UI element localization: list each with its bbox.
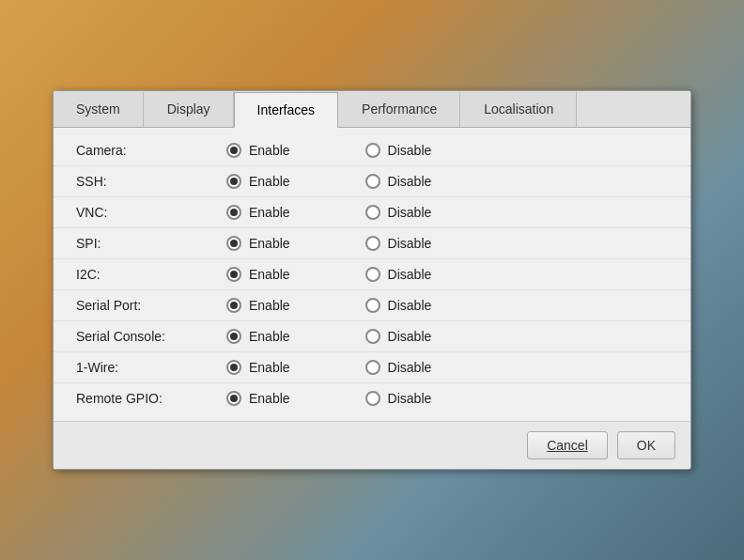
row-label: 1-Wire:	[76, 360, 226, 375]
radio-disable[interactable]	[365, 174, 380, 189]
tab-interfaces[interactable]: Interfaces	[234, 92, 338, 128]
disable-option[interactable]: Disable	[365, 267, 432, 282]
radio-disable[interactable]	[365, 267, 380, 282]
disable-option[interactable]: Disable	[365, 298, 432, 313]
tab-performance[interactable]: Performance	[338, 91, 460, 127]
enable-option[interactable]: Enable	[226, 267, 290, 282]
radio-disable[interactable]	[365, 329, 380, 344]
row-label: Serial Console:	[76, 329, 226, 344]
radio-disable[interactable]	[365, 143, 380, 158]
radio-enable[interactable]	[226, 360, 241, 375]
row-label: SSH:	[76, 174, 226, 189]
row-label: I2C:	[76, 267, 226, 282]
table-row: SSH:EnableDisable	[54, 166, 690, 197]
dialog-footer: Cancel OK	[54, 421, 690, 469]
disable-option[interactable]: Disable	[365, 391, 432, 406]
enable-option[interactable]: Enable	[226, 174, 290, 189]
enable-option[interactable]: Enable	[226, 329, 290, 344]
interfaces-content: Camera:EnableDisableSSH:EnableDisableVNC…	[54, 128, 690, 421]
disable-option[interactable]: Disable	[365, 205, 432, 220]
enable-option[interactable]: Enable	[226, 205, 290, 220]
disable-option[interactable]: Disable	[365, 360, 432, 375]
radio-disable[interactable]	[365, 298, 380, 313]
radio-enable[interactable]	[226, 174, 241, 189]
enable-option[interactable]: Enable	[226, 298, 290, 313]
table-row: SPI:EnableDisable	[54, 228, 690, 259]
tab-system[interactable]: System	[54, 91, 144, 127]
radio-disable[interactable]	[365, 236, 380, 251]
radio-enable[interactable]	[226, 298, 241, 313]
row-label: VNC:	[76, 205, 226, 220]
row-label: Remote GPIO:	[76, 391, 226, 406]
disable-option[interactable]: Disable	[365, 329, 432, 344]
row-label: Camera:	[76, 143, 226, 158]
cancel-button[interactable]: Cancel	[527, 431, 608, 459]
enable-option[interactable]: Enable	[226, 391, 290, 406]
table-row: Serial Port:EnableDisable	[54, 290, 690, 321]
enable-option[interactable]: Enable	[226, 360, 290, 375]
radio-enable[interactable]	[226, 143, 241, 158]
disable-option[interactable]: Disable	[365, 174, 432, 189]
radio-enable[interactable]	[226, 205, 241, 220]
radio-disable[interactable]	[365, 391, 380, 406]
enable-option[interactable]: Enable	[226, 236, 290, 251]
radio-disable[interactable]	[365, 360, 380, 375]
table-row: Camera:EnableDisable	[54, 135, 690, 166]
disable-option[interactable]: Disable	[365, 236, 432, 251]
tab-display[interactable]: Display	[144, 91, 234, 127]
table-row: Remote GPIO:EnableDisable	[54, 383, 690, 413]
table-row: 1-Wire:EnableDisable	[54, 352, 690, 383]
radio-enable[interactable]	[226, 267, 241, 282]
table-row: Serial Console:EnableDisable	[54, 321, 690, 352]
radio-enable[interactable]	[226, 391, 241, 406]
row-label: Serial Port:	[76, 298, 226, 313]
row-label: SPI:	[76, 236, 226, 251]
enable-option[interactable]: Enable	[226, 143, 290, 158]
radio-disable[interactable]	[365, 205, 380, 220]
radio-enable[interactable]	[226, 236, 241, 251]
tab-localisation[interactable]: Localisation	[460, 91, 577, 127]
disable-option[interactable]: Disable	[365, 143, 432, 158]
ok-button[interactable]: OK	[617, 431, 675, 459]
radio-enable[interactable]	[226, 329, 241, 344]
table-row: VNC:EnableDisable	[54, 197, 690, 228]
table-row: I2C:EnableDisable	[54, 259, 690, 290]
tab-bar: System Display Interfaces Performance Lo…	[54, 91, 690, 128]
dialog: System Display Interfaces Performance Lo…	[53, 90, 691, 470]
